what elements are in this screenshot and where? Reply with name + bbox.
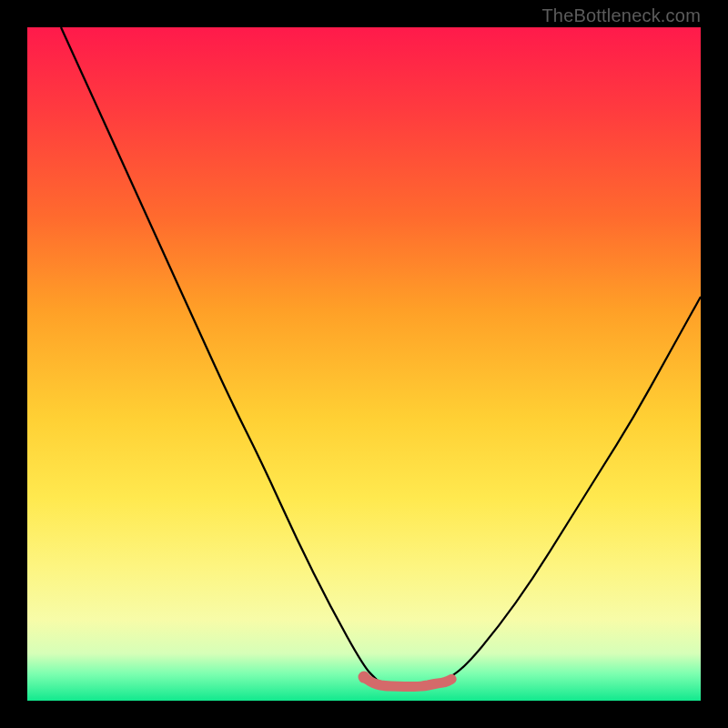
flat-segment-path bbox=[364, 677, 451, 686]
flat-segment-start-dot bbox=[359, 672, 370, 683]
credit-watermark: TheBottleneck.com bbox=[541, 5, 701, 26]
chart-frame: TheBottleneck.com bbox=[0, 0, 728, 728]
plot-area bbox=[27, 27, 701, 701]
right-curve-path bbox=[445, 297, 701, 681]
left-curve-path bbox=[61, 27, 378, 681]
curve-overlay bbox=[27, 27, 701, 701]
